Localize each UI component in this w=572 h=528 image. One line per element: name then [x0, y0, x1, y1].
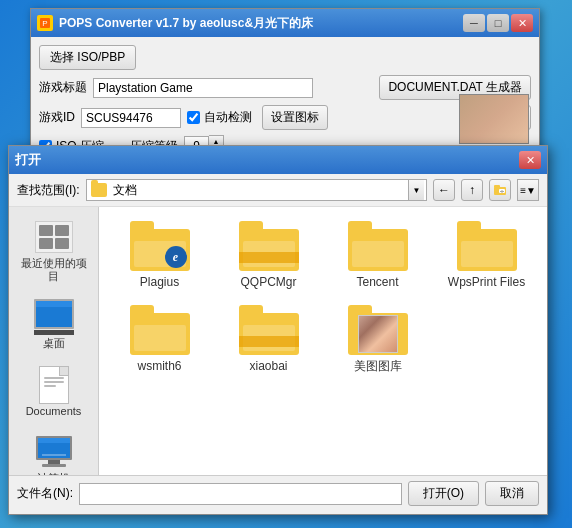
- filename-input[interactable]: [79, 483, 402, 505]
- open-toolbar: 查找范围(I): 文档 ▼ ← ↑ ≡▼: [9, 174, 547, 207]
- doc-lines: [40, 367, 68, 393]
- computer-icon: [34, 434, 74, 470]
- nav-up-button[interactable]: ↑: [461, 179, 483, 201]
- wpsprint-folder-icon: [457, 221, 517, 271]
- file-item-wsmith6[interactable]: wsmith6: [109, 301, 210, 377]
- desktop-screen-icon: [34, 299, 74, 329]
- meitu-photo-thumb: [358, 315, 398, 353]
- folder-icon: [91, 183, 107, 197]
- location-select[interactable]: 文档 ▼: [86, 179, 427, 201]
- file-area: e Plagius QQPCMgr: [99, 207, 547, 475]
- tencent-folder-icon: [348, 221, 408, 271]
- sidebar-item-computer[interactable]: 计算机: [13, 430, 94, 475]
- pops-row-id: 游戏ID 自动检测 设置图标 移除图标: [39, 105, 531, 130]
- meitu-label: 美图图库: [354, 359, 402, 373]
- game-id-label: 游戏ID: [39, 109, 75, 126]
- svg-text:P: P: [42, 19, 47, 28]
- open-close-button[interactable]: ✕: [519, 151, 541, 169]
- xiaobai-label: xiaobai: [249, 359, 287, 373]
- wsmith6-label: wsmith6: [137, 359, 181, 373]
- auto-detect-label: 自动检测: [204, 109, 252, 126]
- desktop-icon: [34, 299, 74, 335]
- open-content: 最近使用的项 目 桌面: [9, 207, 547, 475]
- file-item-plagius[interactable]: e Plagius: [109, 217, 210, 293]
- sidebar-recent-label: 最近使用的项 目: [21, 257, 87, 283]
- location-label: 查找范围(I):: [17, 182, 80, 199]
- qqpcmgr-label: QQPCMgr: [240, 275, 296, 289]
- sidebar: 最近使用的项 目 桌面: [9, 207, 99, 475]
- auto-detect-checkbox[interactable]: [187, 111, 200, 124]
- auto-detect-checkbox-wrap[interactable]: 自动检测: [187, 109, 252, 126]
- file-item-xiaobai[interactable]: xiaobai: [218, 301, 319, 377]
- pops-minimize-button[interactable]: ─: [463, 14, 485, 32]
- open-dialog: 打开 ✕ 查找范围(I): 文档 ▼ ← ↑ ≡▼: [8, 145, 548, 515]
- sidebar-computer-label: 计算机: [37, 472, 70, 475]
- plagius-folder-icon: e: [130, 221, 190, 271]
- desktop-taskbar-icon: [34, 330, 74, 335]
- recent-icon: [34, 219, 74, 255]
- open-title: 打开: [15, 151, 517, 169]
- file-item-qqpcmgr[interactable]: QQPCMgr: [218, 217, 319, 293]
- xiaobai-folder-icon: [239, 305, 299, 355]
- qqpcmgr-folder-icon: [239, 221, 299, 271]
- pops-row-select: 选择 ISO/PBP: [39, 45, 531, 70]
- open-button[interactable]: 打开(O): [408, 481, 479, 506]
- sidebar-item-desktop[interactable]: 桌面: [13, 295, 94, 354]
- pops-titlebar: P POPS Converter v1.7 by aeolusc&月光下的床 ─…: [31, 9, 539, 37]
- location-value: 文档: [113, 182, 406, 199]
- tencent-label: Tencent: [356, 275, 398, 289]
- wsmith6-folder-icon: [130, 305, 190, 355]
- open-bottom-bar: 文件名(N): 打开(O) 取消: [9, 475, 547, 511]
- game-id-input[interactable]: [81, 108, 181, 128]
- view-buttons: ≡▼: [517, 179, 539, 201]
- sidebar-desktop-label: 桌面: [43, 337, 65, 350]
- file-item-wpsprint[interactable]: WpsPrint Files: [436, 217, 537, 293]
- wpsprint-label: WpsPrint Files: [448, 275, 525, 289]
- pops-thumbnail: [459, 94, 529, 144]
- view-toggle-button[interactable]: ≡▼: [517, 179, 539, 201]
- game-title-label: 游戏标题: [39, 79, 87, 96]
- sidebar-item-recent[interactable]: 最近使用的项 目: [13, 215, 94, 287]
- cancel-button[interactable]: 取消: [485, 481, 539, 506]
- file-item-meitu[interactable]: 美图图库: [327, 301, 428, 377]
- pops-title: POPS Converter v1.7 by aeolusc&月光下的床: [59, 15, 461, 32]
- location-dropdown-arrow: ▼: [408, 180, 424, 200]
- set-icon-button[interactable]: 设置图标: [262, 105, 328, 130]
- meitu-folder-icon: [348, 305, 408, 355]
- svg-rect-3: [494, 185, 500, 188]
- nav-new-folder-button[interactable]: [489, 179, 511, 201]
- file-grid: e Plagius QQPCMgr: [109, 217, 537, 378]
- filename-label: 文件名(N):: [17, 485, 73, 502]
- pops-app-icon: P: [37, 15, 53, 31]
- pops-close-button[interactable]: ✕: [511, 14, 533, 32]
- sidebar-documents-label: Documents: [26, 405, 82, 418]
- doc-file-icon: [39, 366, 69, 404]
- pops-row-title: 游戏标题 DOCUMENT.DAT 生成器: [39, 75, 531, 100]
- open-titlebar: 打开 ✕: [9, 146, 547, 174]
- pops-maximize-button[interactable]: □: [487, 14, 509, 32]
- plagius-label: Plagius: [140, 275, 179, 289]
- file-item-tencent[interactable]: Tencent: [327, 217, 428, 293]
- sidebar-item-documents[interactable]: Documents: [13, 363, 94, 422]
- game-title-input[interactable]: [93, 78, 313, 98]
- documents-icon: [34, 367, 74, 403]
- select-iso-button[interactable]: 选择 ISO/PBP: [39, 45, 136, 70]
- nav-back-button[interactable]: ←: [433, 179, 455, 201]
